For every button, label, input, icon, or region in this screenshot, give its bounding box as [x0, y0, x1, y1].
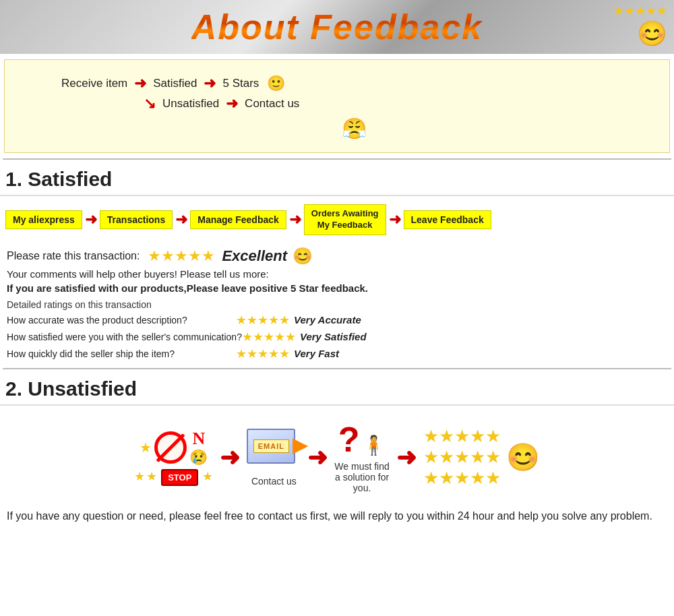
excellent-emoji: 😊 — [293, 247, 313, 266]
detail-desc-1: Very Satisfied — [300, 331, 367, 342]
step-arrow-1: ➜ — [85, 211, 97, 228]
stars-block: ★★★★★ ★★★★★ ★★★★★ — [423, 426, 501, 489]
step-arrow-3: ➜ — [289, 211, 301, 228]
header: About Feedback ★★★★★ 😊 — [0, 0, 674, 54]
footer-text: If you have any question or need, please… — [0, 500, 674, 532]
arrow-icon-3: ↘ — [144, 95, 156, 113]
question-figure: ? 🧍 — [338, 422, 386, 457]
detail-question-2: How quickly did the seller ship the item… — [7, 348, 236, 359]
header-stars: ★★★★★ — [613, 3, 667, 18]
arrow-icon-1: ➜ — [134, 75, 146, 92]
happy-emoji: 😊 — [506, 441, 540, 473]
header-decoration: ★★★★★ 😊 — [613, 3, 667, 48]
step-orders-awaiting: Orders AwaitingMy Feedback — [304, 204, 386, 235]
flow-box: Receive item ➜ Satisfied ➜ 5 Stars 🙂 ↘ U… — [4, 59, 670, 153]
detail-stars-1: ★★★★★ — [242, 330, 296, 344]
detail-row-0: How accurate was the product description… — [7, 313, 667, 328]
arrow-icon-4: ➜ — [226, 95, 238, 113]
divider-2 — [3, 368, 671, 369]
unsatisfied-label: Unsatisfied — [162, 97, 219, 111]
stop-sign: STOP — [161, 469, 198, 486]
excellent-label: Excellent — [222, 247, 287, 265]
contact-us-label: Contact us — [245, 97, 299, 111]
detail-row-1: How satisfied were you with the seller's… — [7, 330, 667, 344]
header-emoji: 😊 — [637, 20, 667, 48]
no-stars-icon: ★ N 😢 ★ ★ STOP ★ — [134, 429, 213, 486]
unsatisfied-arrow-3: ➜ — [396, 443, 417, 472]
section2-title: 2. Unsatisfied — [0, 372, 674, 406]
step-my-aliexpress: My aliexpress — [5, 210, 82, 229]
unsatisfied-arrow-1: ➜ — [220, 443, 240, 472]
positive-line: If you are satisfied with our products,P… — [7, 282, 667, 294]
unsatisfied-flow: ★ N 😢 ★ ★ STOP ★ ➜ — [0, 408, 674, 500]
step-arrow-2: ➜ — [175, 211, 187, 228]
five-stars-label: 5 Stars — [222, 77, 259, 90]
comments-line: Your comments will help other buyers! Pl… — [7, 268, 667, 280]
step-transactions: Transactions — [100, 210, 173, 229]
detail-desc-2: Very Fast — [294, 348, 339, 359]
detail-question-0: How accurate was the product description… — [7, 315, 236, 326]
page-title: About Feedback — [191, 7, 483, 47]
flow-step-question: ? 🧍 We must find a solution for you. — [334, 422, 389, 493]
detailed-title: Detailed ratings on this transaction — [7, 299, 667, 310]
satisfied-emoji: 🙂 — [267, 75, 285, 92]
unsatisfied-arrow-2: ➜ — [307, 443, 328, 472]
detail-desc-0: Very Accurate — [294, 314, 361, 326]
arrow-icon-2: ➜ — [204, 75, 216, 92]
rate-label: Please rate this transaction: — [7, 250, 140, 262]
satisfied-label: Satisfied — [153, 77, 197, 90]
stars-row-1: ★★★★★ — [423, 426, 501, 447]
solution-text: We must find a solution for you. — [334, 461, 389, 493]
stars-row-3: ★★★★★ — [423, 468, 501, 489]
stars-row-2: ★★★★★ — [423, 447, 501, 468]
detail-stars-0: ★★★★★ — [236, 313, 290, 328]
flow-step-no-stars: ★ N 😢 ★ ★ STOP ★ — [134, 429, 213, 486]
rate-transaction-line: Please rate this transaction: ★★★★★ Exce… — [7, 247, 667, 266]
rating-section: Please rate this transaction: ★★★★★ Exce… — [0, 241, 674, 361]
section1-title: 1. Satisfied — [0, 162, 674, 196]
detail-stars-2: ★★★★★ — [236, 346, 290, 361]
flow-step-email: EMAIL ▶ Contact us — [247, 429, 301, 487]
flow-step-stars-happy: ★★★★★ ★★★★★ ★★★★★ 😊 — [423, 426, 540, 489]
detail-question-1: How satisfied were you with the seller's… — [7, 332, 242, 342]
step-leave-feedback: Leave Feedback — [404, 210, 491, 229]
receive-item-label: Receive item — [61, 77, 127, 90]
detail-rows: How accurate was the product description… — [7, 313, 667, 361]
step-arrow-4: ➜ — [389, 211, 401, 228]
step-manage-feedback: Manage Feedback — [190, 210, 286, 229]
unsatisfied-emoji: 😤 — [59, 117, 649, 140]
divider-1 — [3, 158, 671, 160]
contact-us-text: Contact us — [251, 476, 297, 487]
steps-row: My aliexpress ➜ Transactions ➜ Manage Fe… — [0, 199, 674, 241]
detail-row-2: How quickly did the seller ship the item… — [7, 346, 667, 361]
rating-stars: ★★★★★ — [148, 247, 215, 265]
email-icon: EMAIL ▶ — [247, 429, 301, 472]
flow-row-satisfied: Receive item ➜ Satisfied ➜ 5 Stars 🙂 — [59, 75, 649, 92]
flow-row-unsatisfied: ↘ Unsatisfied ➜ Contact us — [140, 95, 649, 113]
